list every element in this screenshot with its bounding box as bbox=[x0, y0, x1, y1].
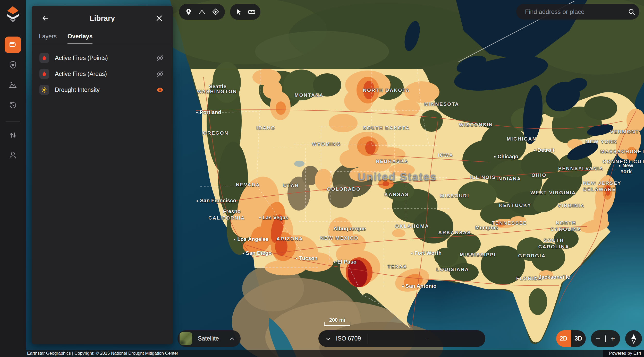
transfer-arrows-icon bbox=[8, 130, 18, 140]
city-marker-dot bbox=[197, 200, 198, 202]
draw-path-button[interactable] bbox=[195, 5, 209, 19]
city-label: New York bbox=[617, 163, 635, 175]
state-label: NORTH DAKOTA bbox=[363, 87, 410, 94]
state-label: SOUTH DAKOTA bbox=[363, 125, 410, 131]
state-label: COLORADO bbox=[327, 186, 361, 193]
select-button[interactable] bbox=[233, 5, 245, 19]
city-label: Tucson bbox=[295, 255, 317, 261]
panel-title: Library bbox=[50, 14, 154, 23]
zoom-out-button[interactable]: − bbox=[596, 335, 600, 343]
close-button[interactable] bbox=[154, 13, 164, 23]
search-input[interactable] bbox=[516, 8, 624, 15]
shield-star-icon bbox=[8, 60, 18, 70]
city-label: San Francisco bbox=[197, 198, 236, 204]
sidebar-item-library[interactable] bbox=[5, 37, 21, 53]
overlay-label: Active Fires (Areas) bbox=[55, 71, 155, 77]
chevron-down-icon[interactable] bbox=[325, 336, 331, 342]
view-2d-button[interactable]: 2D bbox=[556, 330, 571, 347]
state-label: NEBRASKA bbox=[376, 158, 409, 165]
visibility-off-button[interactable] bbox=[155, 53, 165, 63]
zoom-in-button[interactable]: + bbox=[611, 335, 615, 343]
state-label: UTAH bbox=[283, 182, 299, 189]
overlay-label: Active Fires (Points) bbox=[55, 55, 155, 62]
library-panel-header: Library bbox=[32, 6, 173, 25]
state-label: WEST VIRGINIA bbox=[530, 190, 576, 196]
basemap-thumbnail bbox=[180, 332, 192, 345]
eye-off-icon bbox=[156, 70, 164, 78]
overlay-row-active-fires-points[interactable]: Active Fires (Points) bbox=[39, 53, 165, 63]
scenes-icon bbox=[8, 80, 18, 90]
search-button[interactable] bbox=[624, 4, 639, 20]
powered-by-esri: Powered by Esri bbox=[603, 350, 644, 357]
city-marker-dot bbox=[534, 149, 536, 151]
eye-on-icon bbox=[156, 86, 164, 94]
city-label: Detroit bbox=[534, 147, 555, 153]
state-label: GEORGIA bbox=[518, 253, 546, 259]
library-panel: Library Layers Overlays Active Fires (Po… bbox=[32, 6, 173, 344]
select-toolbar bbox=[230, 4, 260, 20]
panel-tabs: Layers Overlays bbox=[32, 25, 173, 44]
zoom-divider bbox=[605, 335, 606, 342]
sidebar-item-history[interactable] bbox=[5, 97, 21, 113]
city-marker-dot bbox=[234, 239, 235, 240]
city-label: Albuquerque bbox=[333, 225, 366, 231]
view-mode-toggle: 2D 3D bbox=[556, 330, 586, 347]
overlay-row-drought-intensity[interactable]: Drought Intensity bbox=[39, 85, 165, 95]
library-icon bbox=[8, 40, 18, 50]
city-label: San Antonio bbox=[402, 283, 436, 289]
state-label: OHIO bbox=[531, 172, 547, 179]
city-label: Jacksonville bbox=[535, 274, 570, 280]
state-label: NEVADA bbox=[236, 182, 260, 188]
coordinate-value: -- bbox=[368, 335, 485, 342]
app-window: United StatesWASHINGTONOREGONIDAHOMONTAN… bbox=[0, 0, 644, 357]
tab-overlays[interactable]: Overlays bbox=[67, 33, 92, 44]
sidebar-item-collections[interactable] bbox=[5, 57, 21, 73]
basemap-label: Satellite bbox=[198, 335, 229, 342]
draw-polygon-button[interactable] bbox=[209, 5, 222, 19]
compass-button[interactable] bbox=[625, 330, 642, 347]
back-button[interactable] bbox=[40, 13, 50, 23]
attribution-bar: Earthstar Geographics | Copyright: © 201… bbox=[0, 350, 644, 357]
visibility-on-button[interactable] bbox=[155, 85, 165, 95]
state-label: OKLAHOMA bbox=[395, 223, 429, 230]
state-label: VERMONT bbox=[610, 128, 639, 135]
state-label: MISSISSIPPI bbox=[460, 252, 496, 258]
tab-layers[interactable]: Layers bbox=[39, 33, 57, 44]
compass-needle-icon bbox=[630, 334, 638, 344]
state-label: SOUTH CAROLINA bbox=[538, 238, 569, 250]
coordinate-bar: ISO 6709 -- bbox=[318, 330, 485, 347]
state-label: WISCONSIN bbox=[459, 122, 493, 128]
state-label: MICHIGAN bbox=[507, 136, 537, 142]
state-label: ARIZONA bbox=[276, 236, 303, 242]
state-label: NEW YORK bbox=[586, 138, 617, 145]
state-label: TEXAS bbox=[388, 264, 407, 270]
city-marker-dot bbox=[259, 217, 261, 219]
state-label: IDAHO bbox=[257, 125, 276, 131]
flame-icon bbox=[39, 69, 49, 79]
sidebar bbox=[0, 0, 26, 357]
eye-off-icon bbox=[156, 54, 164, 62]
history-icon bbox=[8, 100, 18, 110]
coordinate-format-label[interactable]: ISO 6709 bbox=[336, 335, 361, 342]
sidebar-item-account[interactable] bbox=[5, 147, 21, 163]
search-icon bbox=[628, 8, 635, 15]
app-logo-icon[interactable] bbox=[4, 6, 21, 24]
city-label: Memphis bbox=[476, 224, 498, 230]
city-marker-dot bbox=[619, 165, 621, 167]
add-point-button[interactable] bbox=[182, 5, 195, 19]
measure-button[interactable] bbox=[245, 5, 258, 19]
city-marker-dot bbox=[411, 252, 413, 254]
state-label: VIRGINIA bbox=[558, 203, 584, 209]
sidebar-item-transfer[interactable] bbox=[5, 127, 21, 143]
draw-toolbar bbox=[179, 4, 225, 20]
back-arrow-icon bbox=[41, 14, 49, 22]
visibility-off-button[interactable] bbox=[155, 69, 165, 79]
basemap-selector[interactable]: Satellite bbox=[177, 330, 241, 347]
state-label: PENNSYLVANIA bbox=[558, 165, 604, 172]
overlay-row-active-fires-areas[interactable]: Active Fires (Areas) bbox=[39, 69, 165, 79]
sidebar-item-scenes[interactable] bbox=[5, 77, 21, 93]
diamond-vertex-icon bbox=[212, 8, 219, 16]
city-label: Los Angeles bbox=[234, 236, 268, 242]
state-label: LOUISIANA bbox=[436, 266, 469, 273]
state-label: MISSOURI bbox=[440, 193, 469, 199]
